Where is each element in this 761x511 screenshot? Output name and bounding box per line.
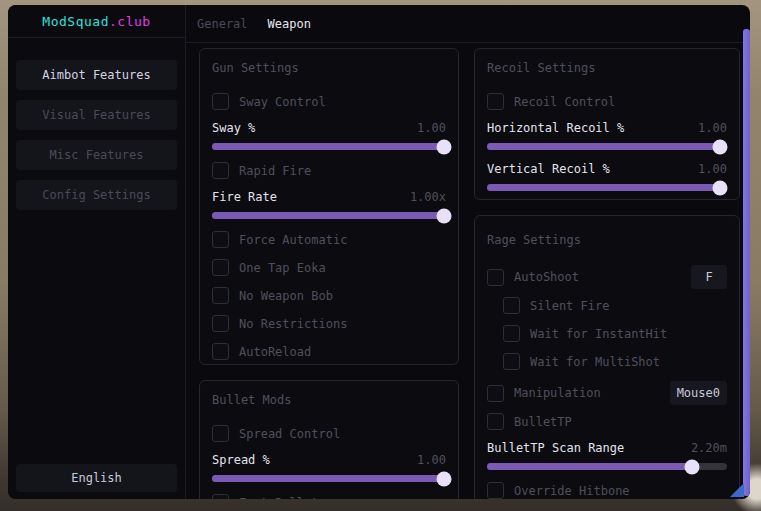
sidebar-item-visual-features[interactable]: Visual Features [16, 100, 177, 130]
autoshoot-label: AutoShoot [514, 270, 579, 284]
force-automatic-checkbox[interactable] [212, 231, 229, 248]
autoreload-label: AutoReload [239, 345, 311, 359]
slider-handle[interactable] [436, 471, 451, 486]
sidebar-item-label: Aimbot Features [42, 68, 150, 82]
override-hitbone-checkbox[interactable] [487, 482, 504, 499]
wait-instanthit-label: Wait for InstantHit [530, 327, 667, 341]
slider-handle[interactable] [436, 208, 451, 223]
fast-bullet-checkbox[interactable] [212, 494, 229, 499]
rapid-fire-label: Rapid Fire [239, 164, 311, 178]
sidebar-item-misc-features[interactable]: Misc Features [16, 140, 177, 170]
autoshoot-keybind-button[interactable]: F [691, 265, 727, 289]
language-button[interactable]: English [16, 464, 177, 492]
sway-slider[interactable] [212, 143, 446, 150]
recoil-control-row: Recoil Control [487, 93, 727, 110]
no-restrictions-checkbox[interactable] [212, 315, 229, 332]
content-area: Gun Settings Sway Control Sway % 1.00 [186, 43, 750, 499]
fast-bullet-row: Fast Bullet [212, 494, 446, 499]
autoreload-row: AutoReload [212, 343, 446, 360]
silent-fire-label: Silent Fire [530, 299, 609, 313]
scan-range-slider[interactable] [487, 463, 727, 470]
silent-fire-row: Silent Fire [503, 297, 727, 314]
override-hitbone-row: Override Hitbone [487, 482, 727, 499]
bullet-mods-panel: Bullet Mods Spread Control Spread % 1.00 [199, 380, 459, 499]
fire-rate-slider-group: Fire Rate 1.00x [212, 190, 446, 219]
scan-range-label: BulletTP Scan Range [487, 441, 624, 455]
vertical-scrollbar[interactable] [743, 29, 750, 496]
horizontal-recoil-value: 1.00 [698, 121, 727, 135]
logo-suffix: .club [109, 14, 151, 29]
vertical-recoil-label: Vertical Recoil % [487, 162, 610, 176]
rapid-fire-row: Rapid Fire [212, 162, 446, 179]
autoshoot-row: AutoShoot F [487, 265, 727, 289]
gun-settings-panel: Gun Settings Sway Control Sway % 1.00 [199, 48, 459, 365]
panel-title: Recoil Settings [487, 61, 727, 75]
vertical-recoil-slider-group: Vertical Recoil % 1.00 [487, 162, 727, 191]
fire-rate-slider-value: 1.00x [410, 190, 446, 204]
sidebar-item-config-settings[interactable]: Config Settings [16, 180, 177, 210]
sway-slider-value: 1.00 [417, 121, 446, 135]
one-tap-eoka-checkbox[interactable] [212, 259, 229, 276]
slider-fill [212, 143, 444, 150]
spread-slider-value: 1.00 [417, 453, 446, 467]
recoil-control-checkbox[interactable] [487, 93, 504, 110]
scan-range-value: 2.20m [691, 441, 727, 455]
spread-control-checkbox[interactable] [212, 425, 229, 442]
slider-handle[interactable] [712, 139, 727, 154]
sidebar-item-label: Misc Features [50, 148, 144, 162]
spread-slider-label: Spread % [212, 453, 270, 467]
sway-control-checkbox[interactable] [212, 93, 229, 110]
logo-brand: ModSquad [42, 14, 109, 29]
wait-multishot-checkbox[interactable] [503, 353, 520, 370]
panel-title: Gun Settings [212, 61, 446, 75]
fire-rate-slider[interactable] [212, 212, 446, 219]
no-restrictions-row: No Restrictions [212, 315, 446, 332]
manipulation-keybind-button[interactable]: Mouse0 [670, 381, 727, 405]
sidebar-nav: Aimbot Features Visual Features Misc Fea… [16, 60, 177, 220]
rage-settings-panel: Rage Settings AutoShoot F Silent Fire [474, 215, 740, 499]
no-weapon-bob-checkbox[interactable] [212, 287, 229, 304]
fast-bullet-label: Fast Bullet [239, 496, 318, 500]
tab-bar: General Weapon [186, 5, 750, 43]
force-automatic-row: Force Automatic [212, 231, 446, 248]
rapid-fire-checkbox[interactable] [212, 162, 229, 179]
panel-title: Bullet Mods [212, 393, 446, 407]
manipulation-row: Manipulation Mouse0 [487, 381, 727, 405]
vertical-recoil-slider[interactable] [487, 184, 727, 191]
sidebar: ModSquad.club Aimbot Features Visual Fea… [8, 5, 186, 499]
slider-fill [487, 143, 720, 150]
spread-control-label: Spread Control [239, 427, 340, 441]
fire-rate-slider-label: Fire Rate [212, 190, 277, 204]
horizontal-recoil-slider[interactable] [487, 143, 727, 150]
autoshoot-checkbox[interactable] [487, 269, 504, 286]
sidebar-item-aimbot-features[interactable]: Aimbot Features [16, 60, 177, 90]
scan-range-slider-group: BulletTP Scan Range 2.20m [487, 441, 727, 470]
game-background: ModSquad.club Aimbot Features Visual Fea… [0, 0, 761, 511]
no-weapon-bob-label: No Weapon Bob [239, 289, 333, 303]
wait-instanthit-row: Wait for InstantHit [503, 325, 727, 342]
force-automatic-label: Force Automatic [239, 233, 347, 247]
manipulation-checkbox[interactable] [487, 385, 504, 402]
sidebar-item-label: Config Settings [42, 188, 150, 202]
spread-slider-group: Spread % 1.00 [212, 453, 446, 482]
slider-fill [487, 463, 692, 470]
resize-grip-icon[interactable] [730, 483, 744, 497]
cheat-menu-window: ModSquad.club Aimbot Features Visual Fea… [8, 5, 750, 499]
sway-slider-group: Sway % 1.00 [212, 121, 446, 150]
spread-control-row: Spread Control [212, 425, 446, 442]
slider-fill [487, 184, 720, 191]
recoil-settings-panel: Recoil Settings Recoil Control Horizonta… [474, 48, 740, 200]
wait-instanthit-checkbox[interactable] [503, 325, 520, 342]
wait-multishot-label: Wait for MultiShot [530, 355, 660, 369]
silent-fire-checkbox[interactable] [503, 297, 520, 314]
slider-handle[interactable] [436, 139, 451, 154]
tab-general[interactable]: General [197, 17, 248, 31]
no-weapon-bob-row: No Weapon Bob [212, 287, 446, 304]
spread-slider[interactable] [212, 475, 446, 482]
slider-handle[interactable] [685, 459, 700, 474]
autoreload-checkbox[interactable] [212, 343, 229, 360]
bullettp-checkbox[interactable] [487, 413, 504, 430]
slider-handle[interactable] [712, 180, 727, 195]
left-column: Gun Settings Sway Control Sway % 1.00 [199, 48, 459, 499]
tab-weapon[interactable]: Weapon [268, 17, 311, 31]
